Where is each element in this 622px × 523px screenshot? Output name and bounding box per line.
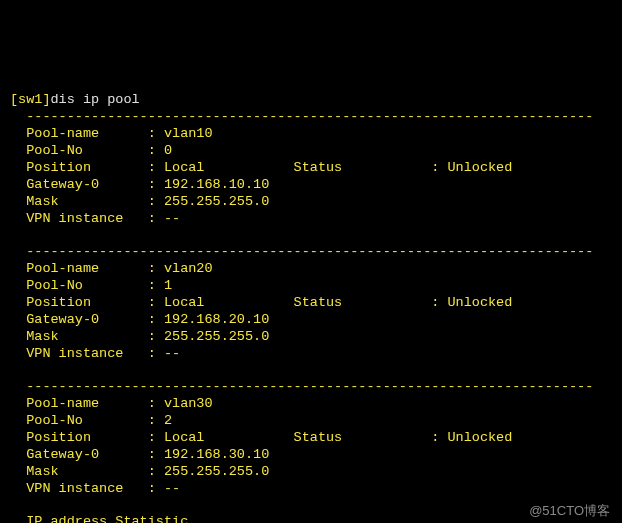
stats-title: IP address Statistic: [10, 514, 188, 523]
label-gateway: Gateway-0 :: [10, 177, 156, 192]
label-vpn: VPN instance :: [10, 481, 156, 496]
watermark-text: @51CTO博客: [529, 503, 610, 519]
label-mask: Mask :: [10, 464, 156, 479]
pool-name-value: vlan10: [164, 126, 213, 141]
pool-no-value: 1: [164, 278, 172, 293]
position-value: Local: [164, 160, 205, 175]
divider: ----------------------------------------…: [10, 244, 593, 259]
vpn-value: --: [164, 211, 180, 226]
status-value: : Unlocked: [431, 160, 512, 175]
terminal-output: [sw1]dis ip pool -----------------------…: [10, 76, 612, 524]
label-pool-no: Pool-No :: [10, 413, 156, 428]
label-position: Position :: [10, 430, 156, 445]
label-vpn: VPN instance :: [10, 211, 156, 226]
label-vpn: VPN instance :: [10, 346, 156, 361]
label-status: Status: [294, 295, 343, 310]
divider: ----------------------------------------…: [10, 109, 593, 124]
status-value: : Unlocked: [431, 295, 512, 310]
mask-value: 255.255.255.0: [164, 464, 269, 479]
label-pool-name: Pool-name :: [10, 261, 156, 276]
gateway-value: 192.168.10.10: [164, 177, 269, 192]
label-gateway: Gateway-0 :: [10, 447, 156, 462]
label-status: Status: [294, 160, 343, 175]
divider: ----------------------------------------…: [10, 379, 593, 394]
pool-no-value: 2: [164, 413, 172, 428]
mask-value: 255.255.255.0: [164, 194, 269, 209]
label-gateway: Gateway-0 :: [10, 312, 156, 327]
command-text: dis ip pool: [51, 92, 140, 107]
gateway-value: 192.168.30.10: [164, 447, 269, 462]
status-value: : Unlocked: [431, 430, 512, 445]
vpn-value: --: [164, 481, 180, 496]
label-mask: Mask :: [10, 329, 156, 344]
pool-name-value: vlan20: [164, 261, 213, 276]
label-position: Position :: [10, 160, 156, 175]
pool-name-value: vlan30: [164, 396, 213, 411]
label-status: Status: [294, 430, 343, 445]
mask-value: 255.255.255.0: [164, 329, 269, 344]
position-value: Local: [164, 295, 205, 310]
vpn-value: --: [164, 346, 180, 361]
label-pool-no: Pool-No :: [10, 143, 156, 158]
pool-no-value: 0: [164, 143, 172, 158]
label-pool-name: Pool-name :: [10, 126, 156, 141]
label-pool-name: Pool-name :: [10, 396, 156, 411]
gateway-value: 192.168.20.10: [164, 312, 269, 327]
label-mask: Mask :: [10, 194, 156, 209]
prompt-host: [sw1]: [10, 92, 51, 107]
position-value: Local: [164, 430, 205, 445]
label-position: Position :: [10, 295, 156, 310]
label-pool-no: Pool-No :: [10, 278, 156, 293]
